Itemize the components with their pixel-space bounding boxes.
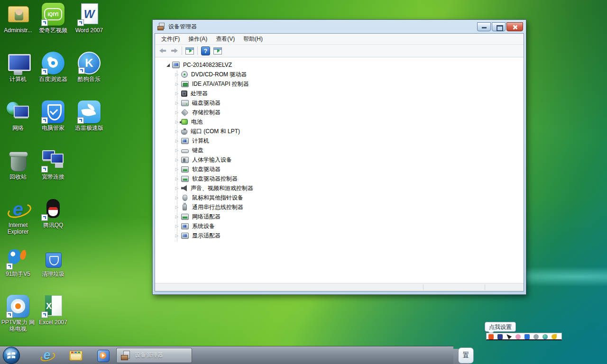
expand-icon[interactable]: ▷: [174, 167, 180, 172]
desktop-icon-internet-explorer[interactable]: e Internet Explorer: [0, 198, 36, 235]
start-button[interactable]: [2, 346, 20, 364]
expand-icon[interactable]: ▷: [174, 148, 180, 153]
word-icon: W: [78, 3, 101, 26]
menu-action[interactable]: 操作(A): [184, 34, 212, 45]
tree-item-usb[interactable]: ▷ 通用串行总线控制器: [155, 202, 524, 212]
tree-item-ide[interactable]: ▷ IDE ATA/ATAPI 控制器: [155, 79, 524, 89]
expand-icon[interactable]: ▷: [174, 91, 180, 96]
broadband-icon: [42, 149, 64, 172]
tree-root-label: PC-20140823ELVZ: [182, 61, 233, 69]
desktop-icon-administrator[interactable]: Administr...: [0, 3, 36, 34]
expand-icon[interactable]: ▷: [174, 233, 180, 238]
collapse-icon[interactable]: [165, 64, 171, 67]
tree-item-dvd[interactable]: ▷ DVD/CD-ROM 驱动器: [155, 70, 524, 79]
show-action-pane-icon[interactable]: [213, 47, 222, 55]
tree-item-floppy-drive[interactable]: ▷ 软盘驱动器: [155, 164, 524, 174]
tree-item-mouse[interactable]: ▷ 鼠标和其他指针设备: [155, 193, 524, 202]
xunlei-icon: [78, 100, 101, 123]
help-icon[interactable]: [201, 46, 210, 55]
expand-icon[interactable]: ▷: [174, 224, 180, 228]
close-button[interactable]: [506, 22, 523, 31]
qq-icon: [42, 198, 64, 220]
desktop-icon-computer[interactable]: 计算机: [0, 52, 36, 82]
taskbar-file-explorer-icon[interactable]: [69, 349, 82, 362]
person-icon[interactable]: [515, 334, 521, 339]
wrench-icon[interactable]: [552, 334, 557, 339]
tree-item-display-adapter[interactable]: ▷ 显示适配器: [155, 231, 524, 240]
desktop-icon-qq[interactable]: 腾讯QQ: [35, 198, 71, 228]
menu-view[interactable]: 查看(V): [212, 34, 239, 45]
expand-icon[interactable]: ▷: [174, 157, 180, 162]
ime-toolbar[interactable]: [486, 333, 562, 340]
tree-item-network-adapter[interactable]: ▷ 网络适配器: [155, 212, 524, 221]
expand-icon[interactable]: ▷: [174, 72, 180, 77]
tree-item-storage[interactable]: ▷ 存储控制器: [155, 108, 524, 117]
soft-keyboard-icon[interactable]: [524, 334, 530, 339]
expand-icon[interactable]: ▷: [174, 186, 180, 191]
desktop-icon-pc-manager[interactable]: 电脑管家: [35, 100, 71, 131]
desktop-icon-91-assistant[interactable]: 91助手V5: [0, 246, 36, 277]
sogou-icon[interactable]: [488, 334, 494, 339]
tree-item-processor[interactable]: ▷ 处理器: [155, 89, 524, 98]
show-console-tree-icon[interactable]: [185, 47, 194, 55]
maximize-button[interactable]: [492, 22, 506, 31]
minimize-button[interactable]: [477, 22, 491, 31]
tree-item-disk[interactable]: ▷ 磁盘驱动器: [155, 98, 524, 108]
desktop-icon-label: 网络: [0, 125, 36, 131]
user-folder-icon: [7, 3, 29, 26]
forward-icon[interactable]: [170, 47, 178, 55]
desktop-icon-cleaner[interactable]: 清理垃圾: [35, 246, 71, 277]
expand-icon[interactable]: ▷: [174, 138, 180, 143]
tree-item-battery[interactable]: ▷ 电池: [155, 117, 524, 127]
pointer-icon[interactable]: [506, 334, 512, 339]
desktop-icon-label: 清理垃圾: [35, 271, 71, 277]
back-icon[interactable]: [159, 47, 167, 55]
tree-item-label: IDE ATA/ATAPI 控制器: [191, 80, 250, 89]
tree-item-floppy-controller[interactable]: ▷ 软盘驱动器控制器: [155, 174, 524, 183]
desktop-icon-recycle-bin[interactable]: 回收站: [0, 149, 36, 180]
menu-help[interactable]: 帮助(H): [239, 34, 267, 45]
expand-icon[interactable]: ▷: [174, 110, 180, 115]
tree-item-label: 电池: [190, 118, 203, 127]
desktop-icon-label: 计算机: [0, 76, 36, 82]
desktop-icon-label: Word 2007: [71, 27, 107, 34]
desktop-icon-baidu-browser[interactable]: 百度浏览器: [35, 52, 71, 82]
tree-item-computer[interactable]: ▷ 计算机: [155, 136, 524, 146]
tree-item-keyboard[interactable]: ▷ 键盘: [155, 146, 524, 155]
expand-icon[interactable]: ▷: [174, 214, 180, 219]
desktop-icon-network[interactable]: 网络: [0, 100, 36, 131]
expand-icon[interactable]: ▷: [174, 129, 180, 134]
taskbar-active-task-device-manager[interactable]: 设备管理器: [116, 348, 192, 363]
expand-icon[interactable]: ▷: [174, 195, 180, 200]
globe-icon[interactable]: [543, 334, 548, 339]
tree-root[interactable]: PC-20140823ELVZ: [155, 60, 524, 70]
expand-icon[interactable]: ▷: [174, 119, 180, 124]
tree-item-label: 处理器: [190, 89, 209, 98]
menu-file[interactable]: 文件(F): [157, 34, 184, 45]
desktop-icon-excel[interactable]: X Excel 2007: [35, 295, 71, 326]
computer-icon: [7, 52, 29, 74]
desktop-icon-xunlei[interactable]: 迅雷极速版: [71, 100, 107, 131]
status-separator: [423, 284, 423, 290]
ime-language-button[interactable]: 置: [458, 347, 474, 364]
expand-icon[interactable]: ▷: [174, 205, 180, 209]
dot-icon[interactable]: [533, 334, 539, 339]
expand-icon[interactable]: ▷: [174, 82, 180, 86]
title-bar[interactable]: 设备管理器: [153, 20, 526, 33]
tree-item-ports[interactable]: ▷ 端口 (COM 和 LPT): [155, 127, 524, 136]
desktop-icon-pptv[interactable]: PPTV聚力 网络电视: [0, 295, 36, 332]
desktop-icon-kugou[interactable]: K 酷狗音乐: [71, 52, 107, 82]
desktop-icon-label: 腾讯QQ: [35, 222, 71, 228]
tree-item-sound[interactable]: ▷ 声音、视频和游戏控制器: [155, 183, 524, 193]
floppy-drive-icon: [181, 166, 189, 173]
expand-icon[interactable]: ▷: [174, 100, 180, 105]
desktop-icon-broadband[interactable]: 宽带连接: [35, 149, 71, 180]
expand-icon[interactable]: ▷: [174, 176, 180, 181]
tree-item-hid[interactable]: ▷ 人体学输入设备: [155, 155, 524, 164]
desktop-icon-word[interactable]: W Word 2007: [71, 3, 107, 34]
taskbar-internet-explorer-icon[interactable]: e: [40, 349, 54, 362]
taskbar-media-player-icon[interactable]: [96, 349, 110, 362]
desktop-icon-iqiyi[interactable]: iQIYI 爱奇艺视频: [35, 3, 71, 34]
tree-item-system-devices[interactable]: ▷ 系统设备: [155, 221, 524, 231]
ime-mode-icon[interactable]: [497, 334, 503, 339]
